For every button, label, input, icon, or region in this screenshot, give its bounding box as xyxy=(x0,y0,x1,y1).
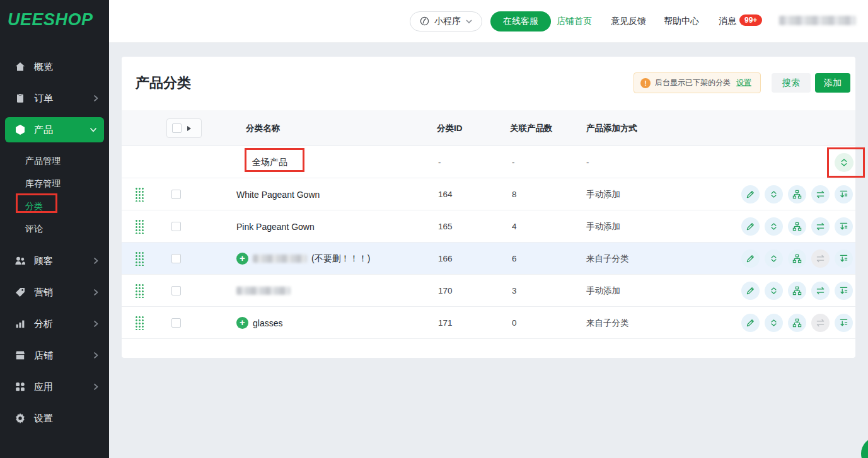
mini-program-switcher[interactable]: 小程序 xyxy=(410,11,482,31)
subcategory-tree-button[interactable] xyxy=(788,314,806,332)
messages-badge[interactable]: 99+ xyxy=(739,14,762,26)
transfer-button[interactable] xyxy=(811,314,830,332)
header-linked-count: 关联产品数 xyxy=(510,110,553,146)
subcategory-tree-button[interactable] xyxy=(788,185,806,203)
category-id: 171 xyxy=(438,307,453,339)
online-service-button[interactable]: 在线客服 xyxy=(490,11,551,31)
row-checkbox[interactable] xyxy=(171,190,181,199)
sidebar-item-label: 产品 xyxy=(34,124,89,136)
drag-handle-icon[interactable] xyxy=(135,316,144,330)
all-products-row: 全场产品 - - - xyxy=(122,146,855,178)
users-icon xyxy=(14,255,26,267)
sort-button[interactable] xyxy=(765,185,783,203)
transfer-button[interactable] xyxy=(811,249,830,268)
row-checkbox[interactable] xyxy=(171,254,181,263)
row-checkbox[interactable] xyxy=(171,318,181,328)
edit-button[interactable] xyxy=(741,282,760,300)
select-all-expand-icon[interactable] xyxy=(187,126,191,131)
transfer-button[interactable] xyxy=(811,217,830,236)
category-name[interactable]: (不要删！！！) xyxy=(311,253,370,265)
feedback-link[interactable]: 意见反馈 xyxy=(611,16,646,27)
name-cell: + Pink Pageant Gown xyxy=(236,210,315,243)
add-button[interactable]: 添加 xyxy=(815,73,850,93)
ueeshop-logo: UEESHOP xyxy=(8,10,93,30)
products-submenu: 产品管理库存管理分类评论 xyxy=(0,146,109,245)
table-row: + (不要删！！！) 166 6 来自子分类 xyxy=(122,243,855,275)
sort-button[interactable] xyxy=(765,217,783,236)
drag-handle-icon[interactable] xyxy=(135,251,144,266)
subcategory-tree-button[interactable] xyxy=(788,282,806,300)
messages-link[interactable]: 消息 xyxy=(719,16,736,27)
subcategory-tree-button[interactable] xyxy=(788,217,806,236)
sidebar-subitem-categories[interactable]: 分类 xyxy=(0,195,109,217)
chevron-right-icon xyxy=(91,94,100,103)
category-card: 产品分类 ! 后台显示已下架的分类 设置 搜索 添加 分类名称 分类ID 关联产… xyxy=(122,57,855,358)
move-to-bottom-button[interactable] xyxy=(835,314,853,332)
edit-button[interactable] xyxy=(741,314,760,332)
sidebar-item-store[interactable]: 店铺 xyxy=(0,340,109,371)
sidebar-subitem-reviews[interactable]: 评论 xyxy=(0,217,109,240)
sidebar-item-overview[interactable]: 概览 xyxy=(0,51,109,83)
help-center-link[interactable]: 帮助中心 xyxy=(664,16,699,27)
sidebar-item-orders[interactable]: 订单 xyxy=(0,83,109,114)
all-products-method: - xyxy=(586,146,589,178)
floating-service-bubble[interactable] xyxy=(861,437,868,458)
notice-text: 后台显示已下架的分类 xyxy=(655,77,731,88)
sidebar-menu: 概览 订单 产品 产品管理库存管理分类评论 顾客 营销 分析 xyxy=(0,51,109,434)
transfer-button[interactable] xyxy=(811,282,830,300)
product-add-method: 手动添加 xyxy=(586,178,620,210)
table-row: + White Pageant Gown 164 8 手动添加 xyxy=(122,178,855,210)
edit-button[interactable] xyxy=(741,217,760,236)
select-all-checkbox[interactable] xyxy=(172,123,182,133)
bar-chart-icon xyxy=(14,318,26,330)
sort-button[interactable] xyxy=(765,282,783,300)
category-id: 170 xyxy=(438,275,453,307)
sidebar-item-marketing[interactable]: 营销 xyxy=(0,277,109,308)
sort-toggle-button[interactable] xyxy=(835,153,854,172)
sidebar-subitem-inventory-management[interactable]: 库存管理 xyxy=(0,172,109,195)
move-to-bottom-button[interactable] xyxy=(835,282,853,300)
chevron-down-icon xyxy=(465,18,473,25)
sort-button[interactable] xyxy=(765,314,783,332)
row-checkbox[interactable] xyxy=(171,222,181,231)
expand-subcategories-icon[interactable]: + xyxy=(236,317,248,329)
transfer-button[interactable] xyxy=(811,185,830,203)
redacted-name xyxy=(236,287,291,295)
apps-icon xyxy=(14,381,26,393)
sidebar-item-customers[interactable]: 顾客 xyxy=(0,245,109,277)
drag-handle-icon[interactable] xyxy=(135,283,144,298)
notice-settings-link[interactable]: 设置 xyxy=(736,77,751,88)
select-all-control[interactable] xyxy=(166,118,202,138)
table-row: + glasses 171 0 来自子分类 xyxy=(122,307,855,339)
home-icon xyxy=(14,60,26,73)
storefront-icon xyxy=(14,349,26,362)
edit-button[interactable] xyxy=(741,185,760,203)
sidebar-subitem-product-management[interactable]: 产品管理 xyxy=(0,149,109,172)
sidebar-item-apps[interactable]: 应用 xyxy=(0,371,109,403)
all-products-name[interactable]: 全场产品 xyxy=(252,146,287,178)
chevron-down-icon xyxy=(89,125,98,134)
category-id: 164 xyxy=(438,178,453,210)
name-cell: + White Pageant Gown xyxy=(236,178,320,210)
edit-button[interactable] xyxy=(741,249,760,268)
drag-handle-icon[interactable] xyxy=(135,187,144,202)
category-name[interactable]: glasses xyxy=(253,318,282,328)
subcategory-tree-button[interactable] xyxy=(788,249,806,268)
move-to-bottom-button[interactable] xyxy=(835,185,853,203)
sort-button[interactable] xyxy=(765,249,783,268)
all-products-id: - xyxy=(438,146,441,178)
sidebar-item-settings[interactable]: 设置 xyxy=(0,403,109,434)
sidebar-item-products[interactable]: 产品 xyxy=(5,117,104,142)
category-name[interactable]: Pink Pageant Gown xyxy=(236,222,315,232)
account-name-redacted[interactable] xyxy=(779,16,856,25)
category-name[interactable]: White Pageant Gown xyxy=(236,190,320,200)
store-home-link[interactable]: 店铺首页 xyxy=(557,16,592,27)
search-button[interactable]: 搜索 xyxy=(772,73,811,93)
expand-subcategories-icon[interactable]: + xyxy=(236,253,248,265)
row-checkbox[interactable] xyxy=(171,286,181,295)
move-to-bottom-button[interactable] xyxy=(835,249,853,268)
sidebar-item-analytics[interactable]: 分析 xyxy=(0,308,109,340)
chevron-right-icon xyxy=(91,288,100,297)
move-to-bottom-button[interactable] xyxy=(835,217,853,236)
drag-handle-icon[interactable] xyxy=(135,219,144,234)
